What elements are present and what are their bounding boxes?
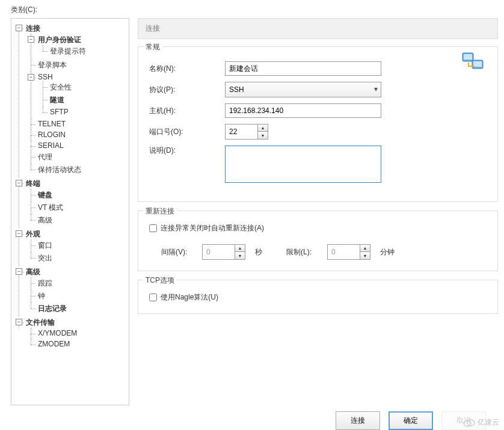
tree-keyboard[interactable]: 键盘: [38, 191, 52, 199]
spin-down-icon[interactable]: ▼: [258, 132, 268, 139]
ok-button[interactable]: 确定: [389, 411, 433, 430]
tree-telnet[interactable]: TELNET: [38, 120, 66, 128]
toggle-connection[interactable]: −: [16, 25, 22, 31]
tree-keepalive[interactable]: 保持活动状态: [38, 165, 81, 174]
desc-label: 说明(D):: [147, 146, 225, 156]
tree-window[interactable]: 窗口: [38, 241, 52, 250]
tree-filetransfer[interactable]: 文件传输: [26, 318, 55, 327]
interval-spinner[interactable]: ▲▼: [202, 244, 245, 260]
tree-vtmode[interactable]: VT 模式: [38, 203, 63, 212]
tree-xymodem[interactable]: X/YMODEM: [38, 329, 77, 337]
port-spinner[interactable]: ▲▼: [225, 124, 381, 140]
host-input[interactable]: [225, 103, 381, 118]
tree-rlogin[interactable]: RLOGIN: [38, 131, 66, 139]
connection-icon: [461, 52, 485, 75]
limit-spinner[interactable]: ▲▼: [327, 244, 370, 260]
tree-serial[interactable]: SERIAL: [38, 141, 64, 150]
limit-label: 限制(L):: [286, 247, 321, 257]
toggle-ft[interactable]: −: [16, 319, 22, 325]
reconnect-group-title: 重新连接: [143, 206, 177, 217]
tree-proxy[interactable]: 代理: [38, 153, 52, 161]
spin-up-icon[interactable]: ▲: [360, 245, 370, 252]
tcp-group: TCP选项 使用Nagle算法(U): [138, 280, 498, 314]
tree-login-script[interactable]: 登录脚本: [38, 61, 67, 69]
spin-up-icon[interactable]: ▲: [235, 245, 245, 252]
tree-logging[interactable]: 日志记录: [38, 304, 67, 313]
tree-connection[interactable]: 连接: [26, 24, 40, 32]
toggle-appearance[interactable]: −: [16, 230, 22, 237]
general-group: 常规 名称(N): 协议(P): SSH: [138, 46, 498, 202]
tree-term-advanced[interactable]: 高级: [38, 216, 52, 224]
tree-appearance[interactable]: 外观: [26, 230, 40, 238]
interval-label: 间隔(V):: [161, 247, 196, 257]
toggle-auth[interactable]: −: [28, 36, 34, 43]
tree-highlight[interactable]: 突出: [38, 254, 52, 262]
tree-bell[interactable]: 钟: [38, 292, 45, 300]
tree-trace[interactable]: 跟踪: [38, 279, 52, 287]
interval-input[interactable]: [202, 244, 235, 260]
reconnect-group: 重新连接 连接异常关闭时自动重新连接(A) 间隔(V): ▲▼ 秒 限制(L):: [138, 210, 498, 271]
auto-reconnect-checkbox[interactable]: 连接异常关闭时自动重新连接(A): [147, 223, 489, 233]
port-label: 端口号(O):: [147, 127, 225, 137]
connect-button[interactable]: 连接: [336, 411, 380, 430]
protocol-label: 协议(P):: [147, 85, 225, 95]
tree-login-prompt[interactable]: 登录提示符: [50, 47, 86, 55]
category-label: 类别(C):: [11, 5, 498, 15]
tree-security[interactable]: 安全性: [50, 83, 72, 91]
tree-tunnel[interactable]: 隧道: [50, 96, 64, 104]
name-label: 名称(N):: [147, 64, 225, 74]
protocol-select[interactable]: SSH: [225, 82, 381, 97]
seconds-label: 秒: [255, 247, 262, 257]
toggle-ssh[interactable]: −: [28, 74, 34, 81]
tree-adv[interactable]: 高级: [26, 268, 40, 276]
tree-zmodem[interactable]: ZMODEM: [38, 340, 70, 348]
spin-down-icon[interactable]: ▼: [360, 252, 370, 259]
nagle-label: 使用Nagle算法(U): [161, 292, 218, 303]
spin-up-icon[interactable]: ▲: [258, 124, 268, 132]
spin-down-icon[interactable]: ▼: [235, 252, 245, 259]
tree-auth[interactable]: 用户身份验证: [38, 35, 81, 44]
nagle-checkbox[interactable]: 使用Nagle算法(U): [147, 292, 489, 303]
desc-textarea[interactable]: [225, 146, 381, 183]
auto-reconnect-check[interactable]: [149, 224, 157, 232]
toggle-adv[interactable]: −: [16, 268, 22, 275]
panel-title: 连接: [138, 18, 498, 39]
tree-sftp[interactable]: SFTP: [50, 108, 69, 116]
svg-rect-1: [464, 54, 472, 60]
limit-input[interactable]: [327, 244, 360, 260]
tree-terminal[interactable]: 终端: [26, 179, 40, 188]
minutes-label: 分钟: [380, 247, 395, 257]
port-input[interactable]: [225, 124, 257, 140]
host-label: 主机(H):: [147, 106, 225, 116]
nagle-check[interactable]: [149, 293, 157, 301]
tree-ssh[interactable]: SSH: [38, 73, 53, 81]
toggle-terminal[interactable]: −: [16, 180, 22, 186]
category-tree[interactable]: − 连接 − 用户身份验证 登录提示符 登录脚本 − SSH: [11, 18, 129, 405]
general-group-title: 常规: [143, 42, 162, 52]
watermark: 亿速云: [463, 417, 499, 428]
svg-rect-3: [473, 61, 482, 67]
name-input[interactable]: [225, 61, 381, 76]
auto-reconnect-label: 连接异常关闭时自动重新连接(A): [161, 223, 264, 233]
tcp-group-title: TCP选项: [143, 275, 177, 286]
